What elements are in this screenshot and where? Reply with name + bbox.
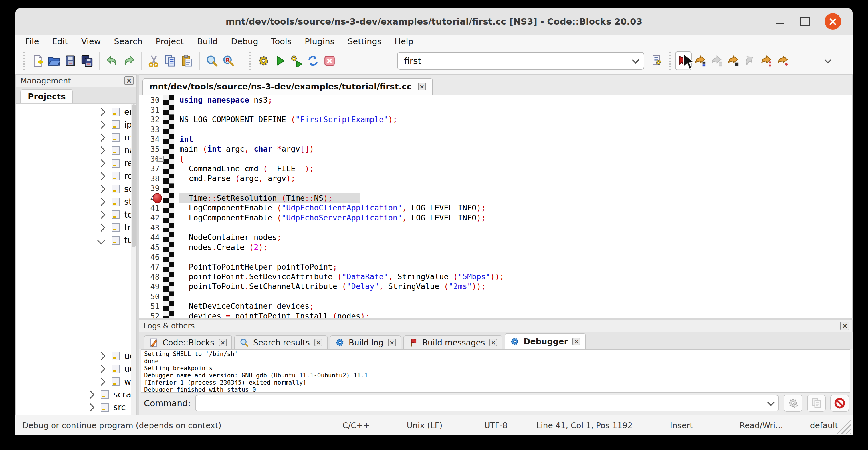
find-button[interactable] bbox=[204, 51, 220, 70]
line-number[interactable]: 45 bbox=[139, 243, 163, 252]
menu-debug[interactable]: Debug bbox=[231, 36, 258, 46]
line-number[interactable]: 30 bbox=[139, 96, 163, 104]
tab-projects[interactable]: Projects bbox=[20, 89, 73, 103]
step-into-instruction-button[interactable] bbox=[774, 51, 791, 70]
logs-tab-code-blocks[interactable]: Code::Blocks× bbox=[144, 335, 232, 350]
line-number[interactable]: 39 bbox=[139, 184, 163, 193]
toolbar-drag-handle[interactable] bbox=[249, 52, 251, 70]
chevron-right-icon[interactable] bbox=[97, 120, 105, 128]
next-line-button[interactable] bbox=[708, 51, 725, 70]
management-header[interactable]: Management × bbox=[16, 74, 137, 87]
tree-item-erro[interactable]: erro bbox=[16, 106, 131, 118]
tree-item-rout[interactable]: rout bbox=[16, 170, 131, 182]
line-number[interactable]: 46 bbox=[139, 253, 163, 262]
chevron-right-icon[interactable] bbox=[97, 172, 105, 180]
chevron-right-icon[interactable] bbox=[97, 198, 105, 206]
logs-tab-build-messages[interactable]: Build messages× bbox=[403, 335, 503, 350]
logs-close-button[interactable]: × bbox=[840, 322, 849, 330]
menu-search[interactable]: Search bbox=[114, 36, 143, 46]
build-and-run-button[interactable] bbox=[288, 51, 305, 70]
breakpoint-margin[interactable] bbox=[163, 134, 174, 144]
menu-file[interactable]: File bbox=[25, 36, 39, 46]
logs-tab-debugger[interactable]: Debugger× bbox=[505, 333, 586, 350]
tree-item-six[interactable]: six bbox=[16, 324, 131, 337]
debugger-output[interactable]: Setting SHELL to '/bin/sh'doneSetting br… bbox=[141, 350, 850, 393]
chevron-right-icon[interactable] bbox=[97, 365, 105, 372]
abort-build-button[interactable] bbox=[321, 51, 338, 70]
tree-item-tcp[interactable]: tcp bbox=[16, 208, 131, 221]
line-number[interactable]: 34 bbox=[139, 135, 163, 144]
breakpoint-margin[interactable] bbox=[163, 174, 174, 183]
logs-tab-search-results[interactable]: Search results× bbox=[234, 335, 328, 350]
title-bar[interactable]: mnt/dev/tools/source/ns-3-dev/examples/t… bbox=[16, 8, 852, 35]
breakpoint-margin[interactable] bbox=[163, 164, 174, 174]
tree-item-se[interactable]: se bbox=[16, 298, 131, 311]
command-input[interactable] bbox=[202, 399, 768, 408]
breakpoint-margin[interactable] bbox=[163, 203, 174, 213]
close-button[interactable]: × bbox=[825, 13, 841, 30]
chevron-right-icon[interactable] bbox=[97, 352, 105, 360]
breakpoint-margin[interactable] bbox=[163, 272, 174, 281]
tab-close-button[interactable]: × bbox=[489, 339, 497, 347]
chevron-right-icon[interactable] bbox=[97, 223, 105, 231]
tree-item-reall[interactable]: reall bbox=[16, 157, 131, 170]
breakpoint-margin[interactable] bbox=[163, 301, 174, 311]
run-to-cursor-button[interactable] bbox=[692, 51, 708, 70]
tree-item-udp-[interactable]: udp- bbox=[16, 362, 131, 375]
breakpoint-margin[interactable] bbox=[163, 115, 174, 124]
tree-item-se[interactable]: se bbox=[16, 311, 131, 324]
undo-button[interactable] bbox=[104, 51, 120, 70]
next-instruction-button[interactable] bbox=[758, 51, 774, 70]
debug-continue-button[interactable] bbox=[675, 51, 692, 70]
line-number[interactable]: 41 bbox=[139, 204, 163, 212]
breakpoint-margin[interactable] bbox=[163, 252, 174, 262]
step-out-button[interactable] bbox=[741, 51, 758, 70]
chevron-right-icon[interactable] bbox=[97, 146, 105, 154]
tab-close-button[interactable]: × bbox=[314, 339, 322, 347]
breakpoint-margin[interactable] bbox=[163, 154, 174, 163]
tree-item-th[interactable]: th bbox=[16, 337, 131, 350]
line-number[interactable]: 49 bbox=[139, 282, 163, 291]
chevron-right-icon[interactable] bbox=[97, 210, 105, 218]
toolbar-drag-handle[interactable] bbox=[670, 52, 671, 70]
copy-log-button[interactable] bbox=[807, 395, 826, 412]
project-tree[interactable]: erroipv6matnamreallroutsockstattcptraflt… bbox=[16, 103, 131, 415]
maximize-button[interactable] bbox=[800, 17, 810, 26]
line-number[interactable]: 52 bbox=[139, 311, 163, 318]
line-number[interactable]: 47 bbox=[139, 262, 163, 271]
breakpoint-margin[interactable] bbox=[163, 213, 174, 223]
breakpoint-margin[interactable] bbox=[163, 233, 174, 242]
tree-item-ipv6[interactable]: ipv6 bbox=[16, 118, 131, 131]
save-all-button[interactable] bbox=[79, 51, 95, 70]
menu-plugins[interactable]: Plugins bbox=[305, 36, 334, 46]
breakpoint-margin[interactable] bbox=[163, 105, 174, 115]
editor-tab-first-cc[interactable]: mnt/dev/tools/source/ns-3-dev/examples/t… bbox=[143, 78, 433, 94]
stop-debugger-button[interactable] bbox=[830, 395, 849, 412]
tree-item-fir[interactable]: fir bbox=[16, 260, 131, 272]
toolbar-overflow-chevron-icon[interactable] bbox=[824, 56, 832, 63]
scrollbar-thumb[interactable] bbox=[131, 104, 136, 247]
breakpoint-margin[interactable] bbox=[163, 124, 174, 134]
tree-item-fif[interactable]: fif bbox=[16, 247, 131, 260]
tree-item-wire[interactable]: wire bbox=[16, 375, 131, 388]
logs-tab-build-log[interactable]: Build log× bbox=[330, 335, 401, 350]
menu-edit[interactable]: Edit bbox=[52, 36, 68, 46]
tree-vertical-scrollbar[interactable] bbox=[131, 103, 136, 415]
debugger-settings-button[interactable] bbox=[783, 395, 802, 412]
chevron-right-icon[interactable] bbox=[97, 108, 105, 116]
line-number[interactable]: 35 bbox=[139, 145, 163, 154]
chevron-down-icon[interactable] bbox=[97, 236, 105, 244]
chevron-right-icon[interactable] bbox=[97, 159, 105, 167]
line-number[interactable]: 43 bbox=[139, 223, 163, 232]
redo-button[interactable] bbox=[120, 51, 137, 70]
toolbar-drag-handle[interactable] bbox=[23, 52, 25, 70]
chevron-right-icon[interactable] bbox=[97, 378, 105, 386]
breakpoint-margin[interactable] bbox=[163, 311, 174, 318]
step-into-button[interactable] bbox=[725, 51, 741, 70]
breakpoint-margin[interactable] bbox=[163, 144, 174, 154]
menu-project[interactable]: Project bbox=[156, 36, 184, 46]
chevron-right-icon[interactable] bbox=[87, 390, 94, 398]
breakpoint-margin[interactable] bbox=[163, 95, 174, 105]
menu-help[interactable]: Help bbox=[395, 36, 413, 46]
tree-item-tuto[interactable]: tuto bbox=[16, 234, 131, 247]
